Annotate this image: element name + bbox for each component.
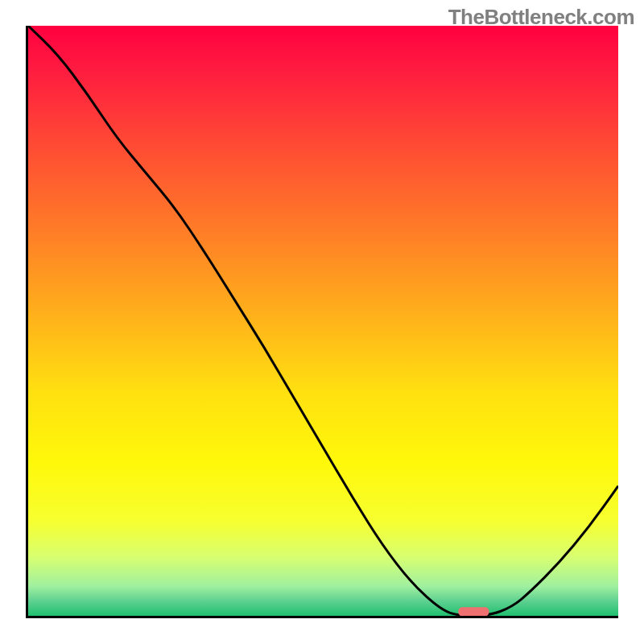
plot-area	[28, 26, 618, 616]
gradient-background	[28, 26, 618, 616]
x-axis	[26, 616, 618, 618]
bottleneck-chart: TheBottleneck.com	[0, 0, 644, 644]
optimal-marker	[458, 607, 489, 616]
y-axis	[26, 26, 28, 618]
chart-svg	[28, 26, 618, 616]
